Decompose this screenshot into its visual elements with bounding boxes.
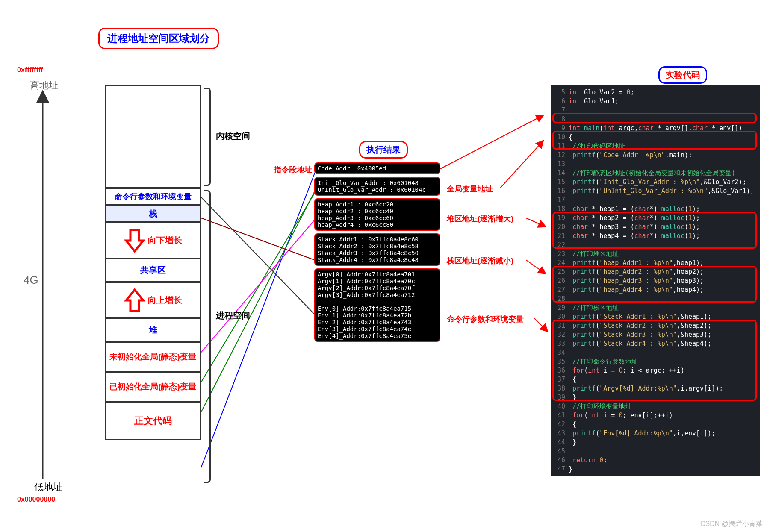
- mem-heap: 堆: [105, 318, 201, 342]
- label-stack: 栈区地址(逐渐减小): [447, 256, 513, 266]
- svg-line-7: [440, 115, 543, 169]
- watermark: CSDN @摆烂小青菜: [700, 520, 763, 529]
- mem-bss: 未初始化全局(静态)变量: [105, 342, 201, 372]
- result-title: 执行结果: [359, 141, 408, 159]
- code-title: 实验代码: [658, 66, 707, 84]
- label-code-ptr: 指令段地址: [274, 165, 312, 175]
- mem-stack: 栈: [105, 205, 201, 222]
- mem-data: 已初始化全局(静态)变量: [105, 372, 201, 402]
- mem-shared: 共享区: [105, 259, 201, 282]
- svg-line-11: [534, 318, 547, 331]
- term-global: Init_Glo_Var_Addr : 0x601048UnInit_Glo_V…: [314, 177, 440, 196]
- high-addr-hex: 0xffffffff: [17, 66, 43, 74]
- mem-args-env: 命令行参数和环境变量: [105, 188, 201, 205]
- term-heap: heap_Addr1 : 0xc6cc20heap_Addr2 : 0xc6cc…: [314, 198, 440, 231]
- term-stack: Stack_Addr1 : 0x7ffc8a4e8c60Stack_Addr2 …: [314, 233, 440, 266]
- main-title: 进程地址空间区域划分: [98, 28, 219, 49]
- label-heap: 堆区地址(逐渐增大): [447, 214, 513, 224]
- size-label: 4G: [24, 273, 38, 287]
- svg-line-8: [500, 141, 543, 188]
- mem-grow-down: 向下增长: [105, 222, 201, 259]
- svg-line-4: [201, 218, 316, 353]
- mem-kernel: [105, 85, 201, 188]
- low-addr-label: 低地址: [34, 481, 62, 494]
- svg-line-2: [201, 188, 316, 412]
- kernel-label: 内核空间: [216, 130, 250, 142]
- svg-line-10: [526, 260, 545, 273]
- label-args: 命令行参数和环境变量: [447, 314, 524, 324]
- svg-line-6: [201, 197, 316, 316]
- process-label: 进程空间: [216, 310, 250, 321]
- label-global: 全局变量地址: [447, 184, 493, 194]
- high-addr-label: 高地址: [30, 79, 58, 92]
- bracket-kernel: [204, 88, 211, 186]
- term-argv-env: Argv[0]_Addr:0x7ffc8a4ea701Argv[1]_Addr:…: [314, 268, 440, 342]
- mem-text: 正文代码: [105, 402, 201, 440]
- term-code: Code_Addr: 0x4005ed: [314, 162, 440, 174]
- mem-grow-up: 向上增长: [105, 282, 201, 318]
- svg-line-3: [201, 190, 316, 382]
- low-addr-hex: 0x00000000: [17, 496, 55, 503]
- svg-line-5: [201, 218, 316, 261]
- code-block: 5int Glo_Var2 = 0;6int Glo_Var1;7 8 9int…: [551, 85, 760, 476]
- svg-line-9: [526, 218, 545, 226]
- bracket-process: [204, 190, 211, 483]
